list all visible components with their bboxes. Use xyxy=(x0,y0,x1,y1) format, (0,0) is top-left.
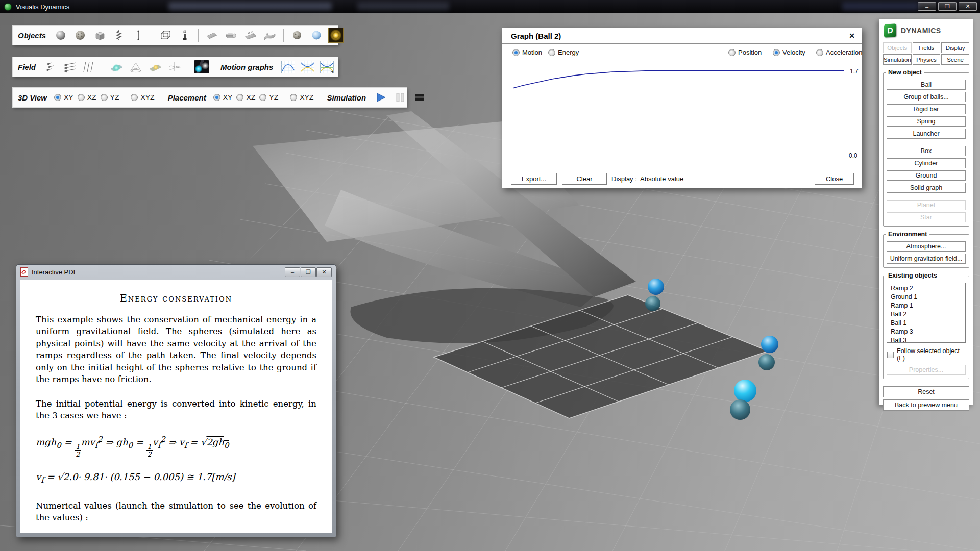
launcher-tool-button[interactable] xyxy=(177,28,192,43)
new-ball-button[interactable]: Ball xyxy=(887,80,966,90)
motion-graph-triple-button[interactable] xyxy=(319,59,334,74)
wireframe-box-tool-button[interactable] xyxy=(158,28,173,43)
group-of-balls-tool-button[interactable] xyxy=(72,28,88,43)
pdf-paragraph: The initial potential energy is converte… xyxy=(36,398,316,422)
motion-graph-single-button[interactable] xyxy=(280,59,296,74)
numerical-values-heading: Numerical values (launch the simulation … xyxy=(36,500,316,524)
list-item-ball-3[interactable]: Ball 3 xyxy=(887,336,965,343)
spacer xyxy=(887,195,966,200)
new-group-of-balls-button[interactable]: Group of balls... xyxy=(887,92,966,102)
tab-objects[interactable]: Objects xyxy=(883,42,912,53)
potential-well-tool-button[interactable] xyxy=(148,59,163,74)
export-button[interactable]: Export... xyxy=(511,173,557,185)
placement-radio-xy[interactable]: XY xyxy=(213,93,233,102)
display-mode-link[interactable]: Absolute value xyxy=(640,175,683,183)
list-item-ball-2[interactable]: Ball 2 xyxy=(887,310,965,319)
ball-2-sphere[interactable] xyxy=(645,279,664,311)
pdf-close-button[interactable]: ✕ xyxy=(316,267,332,277)
uniform-gravitation-field-button[interactable]: Uniform gravitation field... xyxy=(887,254,966,264)
pdf-maximize-button[interactable]: ❐ xyxy=(301,267,316,277)
solid-graph-tool-button[interactable] xyxy=(262,28,278,43)
tab-physics[interactable]: Physics xyxy=(913,54,941,65)
graph-mode-motion-radio[interactable]: Motion xyxy=(512,48,542,56)
play-button[interactable] xyxy=(373,90,388,105)
atmosphere-button[interactable]: Atmosphere... xyxy=(887,241,966,252)
pause-button[interactable] xyxy=(393,90,408,105)
ground-tool-button[interactable] xyxy=(243,28,258,43)
uniform-field-tool-button[interactable] xyxy=(62,59,78,74)
radio-icon xyxy=(773,49,780,56)
radio-icon xyxy=(236,94,243,101)
field-toolbar-label: Field xyxy=(18,63,36,71)
list-item-ramp-3[interactable]: Ramp 3 xyxy=(887,328,965,336)
graph-quantity-velocity-radio[interactable]: Velocity xyxy=(773,48,805,56)
back-to-preview-menu-button[interactable]: Back to preview menu xyxy=(883,399,969,411)
potential-peak-tool-button[interactable] xyxy=(128,59,143,74)
ramp-tool-button[interactable] xyxy=(204,28,219,43)
graph-mode-energy-radio[interactable]: Energy xyxy=(548,48,579,56)
existing-objects-group: Existing objects Ramp 2 Ground 1 Ramp 1 … xyxy=(883,276,969,379)
reset-button[interactable]: Reset xyxy=(883,386,969,397)
tab-scene[interactable]: Scene xyxy=(941,54,969,65)
new-solid-graph-button[interactable]: Solid graph xyxy=(887,183,966,193)
new-box-button[interactable]: Box xyxy=(887,146,966,156)
toolbar-separator xyxy=(125,91,125,104)
potential-surface-tool-button[interactable] xyxy=(109,59,124,74)
view-radio-yz[interactable]: YZ xyxy=(101,93,119,102)
close-graph-button[interactable]: Close xyxy=(815,173,854,185)
launcher-icon xyxy=(179,29,191,41)
follow-object-checkbox[interactable] xyxy=(887,352,894,358)
list-item-ramp-2[interactable]: Ramp 2 xyxy=(887,284,965,293)
environment-group: Environment Atmosphere... Uniform gravit… xyxy=(883,234,969,268)
separator xyxy=(502,62,862,62)
planet-tool-button[interactable] xyxy=(309,28,324,43)
ball-tool-button[interactable] xyxy=(53,28,68,43)
ball-3-sphere[interactable] xyxy=(730,380,756,420)
pdf-titlebar[interactable]: Interactive PDF – ❐ ✕ xyxy=(16,265,336,279)
window-controls: – ❐ ✕ xyxy=(918,2,977,11)
clear-button[interactable]: Clear xyxy=(562,173,607,185)
new-rigid-bar-button[interactable]: Rigid bar xyxy=(887,104,966,114)
rigid-bar-tool-button[interactable] xyxy=(131,28,146,43)
motion-graph-double-button[interactable] xyxy=(300,59,315,74)
new-spring-button[interactable]: Spring xyxy=(887,116,966,127)
graph-quantity-acceleration-radio[interactable]: Acceleration xyxy=(816,48,863,56)
maximize-button[interactable]: ❐ xyxy=(938,2,957,11)
toolbar-separator xyxy=(198,29,199,42)
placement-radio-yz[interactable]: YZ xyxy=(259,93,278,102)
potential-saddle-tool-button[interactable] xyxy=(167,59,182,74)
velocity-curve-plot xyxy=(511,63,848,163)
field-lines-tool-button[interactable] xyxy=(82,59,97,74)
existing-objects-list[interactable]: Ramp 2 Ground 1 Ramp 1 Ball 2 Ball 1 Ram… xyxy=(887,283,966,343)
vector-field-tool-button[interactable] xyxy=(43,59,58,74)
tab-simulation[interactable]: Simulation xyxy=(883,54,912,65)
view-radio-xy[interactable]: XY xyxy=(54,93,74,102)
spring-tool-button[interactable] xyxy=(111,28,127,43)
view-radio-xyz[interactable]: XYZ xyxy=(131,93,154,102)
formula-final-velocity: vf = √2.0· 9.81· (0.155 − 0.005) ≅ 1.7[m… xyxy=(36,471,316,485)
list-item-ball-1[interactable]: Ball 1 xyxy=(887,319,965,328)
field-display-tool-button[interactable] xyxy=(194,59,209,74)
star-tool-button[interactable] xyxy=(328,28,344,43)
minimize-button[interactable]: – xyxy=(918,2,936,11)
list-item-ground-1[interactable]: Ground 1 xyxy=(887,293,965,302)
pdf-icon xyxy=(20,267,28,277)
list-item-ramp-1[interactable]: Ramp 1 xyxy=(887,302,965,310)
spacer xyxy=(887,141,966,146)
tab-fields[interactable]: Fields xyxy=(913,42,941,53)
cylinder-tool-button[interactable] xyxy=(224,28,239,43)
placement-radio-xyz[interactable]: XYZ xyxy=(290,93,313,102)
new-launcher-button[interactable]: Launcher xyxy=(887,129,966,139)
graph-close-icon[interactable]: ✕ xyxy=(849,32,855,40)
view-radio-xz[interactable]: XZ xyxy=(78,93,96,102)
close-button[interactable]: ✕ xyxy=(959,2,977,11)
new-ground-button[interactable]: Ground xyxy=(887,170,966,181)
asteroid-tool-button[interactable] xyxy=(289,28,305,43)
graph-quantity-position-radio[interactable]: Position xyxy=(728,48,762,56)
tab-display[interactable]: Display xyxy=(941,42,969,53)
placement-radio-xz[interactable]: XZ xyxy=(236,93,255,102)
pdf-minimize-button[interactable]: – xyxy=(285,267,300,277)
stop-button[interactable] xyxy=(412,90,427,105)
new-cylinder-button[interactable]: Cylinder xyxy=(887,158,966,168)
box-tool-button[interactable] xyxy=(92,28,107,43)
